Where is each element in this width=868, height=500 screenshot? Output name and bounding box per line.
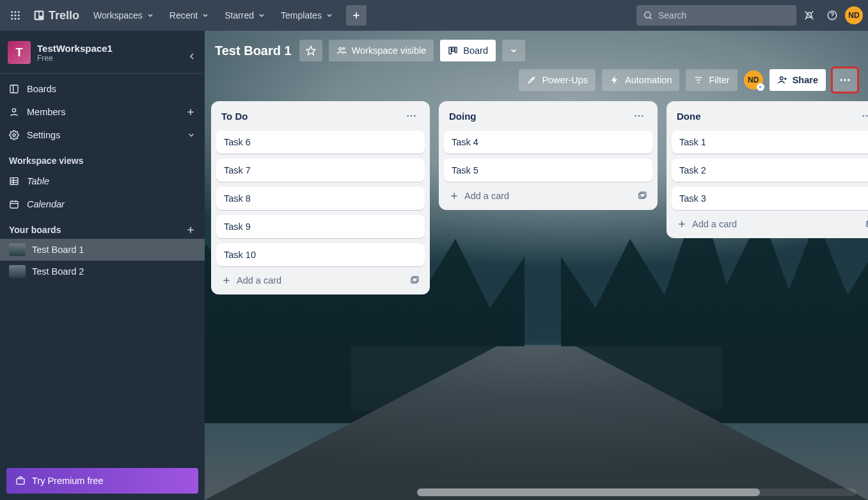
- account-avatar[interactable]: ND: [845, 6, 863, 24]
- sidebar-view-calendar[interactable]: Calendar: [0, 193, 205, 216]
- card-template-button[interactable]: [637, 191, 647, 201]
- sidebar-item-label: Calendar: [27, 199, 65, 209]
- list-menu-button[interactable]: [403, 108, 420, 124]
- search-box[interactable]: [636, 5, 796, 26]
- svg-point-20: [12, 109, 15, 112]
- workspace-tile: T: [8, 41, 31, 64]
- top-header: Trello Workspaces Recent Starred Templat…: [0, 0, 868, 31]
- lists-container: To Do Task 6 Task 7 Task 8 Task 9 Task 1…: [205, 97, 868, 491]
- more-horizontal-icon: [839, 74, 851, 86]
- member-initials: ND: [748, 76, 759, 85]
- menu-starred-label: Starred: [225, 10, 254, 20]
- visibility-button[interactable]: Workspace visible: [329, 40, 434, 61]
- svg-point-51: [407, 115, 409, 117]
- menu-workspaces[interactable]: Workspaces: [87, 5, 161, 26]
- plus-icon: [449, 191, 459, 201]
- card[interactable]: Task 3: [672, 187, 868, 210]
- card[interactable]: Task 6: [216, 131, 425, 154]
- sidebar-board-item[interactable]: Test Board 1: [0, 239, 205, 261]
- bolt-icon: [610, 75, 620, 85]
- chevron-down-icon: [146, 12, 154, 19]
- list-title[interactable]: Doing: [449, 111, 477, 122]
- sidebar-item-settings[interactable]: Settings: [0, 124, 205, 147]
- svg-point-48: [840, 79, 842, 81]
- svg-point-17: [832, 17, 833, 19]
- svg-point-14: [645, 12, 651, 18]
- card[interactable]: Task 5: [444, 159, 652, 182]
- card-template-button[interactable]: [865, 219, 868, 229]
- svg-point-52: [411, 115, 413, 117]
- menu-recent[interactable]: Recent: [163, 5, 216, 26]
- card[interactable]: Task 7: [216, 159, 425, 182]
- gear-icon: [9, 130, 19, 140]
- add-card-label: Add a card: [237, 275, 281, 286]
- workspace-views-heading: Workspace views: [0, 147, 205, 170]
- filter-button[interactable]: Filter: [686, 69, 737, 91]
- settings-expand-button[interactable]: [187, 131, 196, 140]
- sidebar-view-table[interactable]: Table: [0, 170, 205, 193]
- heading-label: Your boards: [9, 225, 61, 235]
- card[interactable]: Task 10: [216, 243, 425, 266]
- calendar-icon: [9, 199, 19, 209]
- card[interactable]: Task 9: [216, 215, 425, 238]
- board-title[interactable]: Test Board 1: [215, 44, 292, 58]
- list: Doing Task 4 Task 5 Add a card: [439, 101, 658, 210]
- card-template-button[interactable]: [409, 275, 420, 286]
- avatar-initials: ND: [848, 11, 859, 20]
- add-card-button[interactable]: Add a card: [216, 271, 425, 289]
- brand-logo[interactable]: Trello: [28, 9, 84, 22]
- board-view-button[interactable]: Board: [440, 40, 496, 61]
- views-dropdown-button[interactable]: [502, 40, 525, 61]
- create-button[interactable]: [346, 5, 367, 26]
- menu-starred[interactable]: Starred: [218, 5, 272, 26]
- automation-button[interactable]: Automation: [602, 69, 679, 91]
- add-card-button[interactable]: Add a card: [444, 187, 652, 205]
- menu-templates[interactable]: Templates: [274, 5, 340, 26]
- board-menu-button[interactable]: [832, 68, 858, 92]
- apps-switcher-button[interactable]: [5, 5, 26, 26]
- share-button[interactable]: Share: [769, 69, 826, 91]
- board-view-icon: [448, 45, 458, 56]
- board-member-avatar[interactable]: ND: [744, 70, 763, 90]
- card[interactable]: Task 1: [672, 131, 868, 154]
- svg-point-0: [11, 11, 13, 13]
- card[interactable]: Task 8: [216, 187, 425, 210]
- powerups-button[interactable]: Power-Ups: [519, 69, 596, 91]
- star-board-button[interactable]: [299, 40, 322, 61]
- svg-point-7: [15, 18, 17, 20]
- help-button[interactable]: [822, 5, 842, 26]
- try-premium-button[interactable]: Try Premium free: [6, 468, 198, 494]
- card[interactable]: Task 4: [444, 131, 652, 154]
- svg-point-58: [635, 115, 636, 117]
- sidebar: T TestWorkspace1 Free Boards Members Set…: [0, 31, 205, 500]
- search-input[interactable]: [658, 10, 790, 20]
- add-card-label: Add a card: [464, 191, 509, 201]
- list-title[interactable]: Done: [677, 111, 701, 122]
- sidebar-board-label: Test Board 2: [32, 266, 84, 277]
- list-menu-button[interactable]: [858, 108, 868, 124]
- workspace-header[interactable]: T TestWorkspace1 Free: [0, 36, 205, 69]
- sidebar-item-members[interactable]: Members: [0, 101, 205, 124]
- list-title[interactable]: To Do: [221, 111, 248, 122]
- svg-rect-18: [10, 85, 18, 93]
- add-card-button[interactable]: Add a card: [672, 215, 868, 233]
- svg-point-23: [13, 134, 15, 136]
- chevron-down-icon: [326, 12, 333, 19]
- briefcase-icon: [15, 476, 26, 486]
- list: Done Task 1 Task 2 Task 3 Add a card: [667, 101, 868, 238]
- add-member-button[interactable]: [185, 107, 196, 117]
- notifications-button[interactable]: [799, 5, 819, 26]
- svg-point-60: [642, 115, 643, 117]
- svg-rect-39: [452, 47, 454, 52]
- svg-rect-10: [36, 12, 39, 19]
- add-board-button[interactable]: [185, 225, 196, 235]
- people-icon: [336, 45, 347, 56]
- list-menu-button[interactable]: [631, 108, 647, 124]
- rocket-icon: [526, 75, 537, 85]
- plus-icon: [221, 275, 232, 286]
- card[interactable]: Task 2: [672, 159, 868, 182]
- sidebar-item-boards[interactable]: Boards: [0, 77, 205, 101]
- collapse-sidebar-button[interactable]: [183, 47, 201, 65]
- sidebar-board-item[interactable]: Test Board 2: [0, 261, 205, 282]
- svg-rect-24: [10, 178, 18, 185]
